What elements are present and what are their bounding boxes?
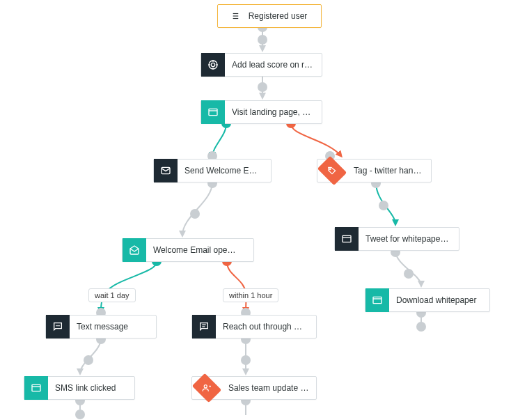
chat-dots-icon [46,315,70,339]
svg-point-21 [57,325,58,327]
svg-point-7 [211,63,214,66]
svg-rect-25 [32,384,40,391]
target-icon [201,53,225,77]
node-tweet-whitepaper[interactable]: Tweet for whitepaper … [334,227,459,251]
start-node[interactable]: Registered user [217,4,322,28]
node-welcome-opened[interactable]: Welcome Email opened [122,238,254,262]
port [241,355,251,365]
user-plus-icon [192,373,221,403]
port [379,201,388,210]
node-label: Visit landing page, ap… [225,107,322,117]
node-label: Tag - twitter handling [347,166,431,176]
svg-rect-18 [373,297,382,303]
port [416,322,426,332]
within-badge: within 1 hour [223,288,278,302]
port [75,410,85,419]
svg-point-15 [329,169,331,170]
node-sales-update[interactable]: Sales team update for… [191,376,317,400]
port [258,35,267,45]
node-visit-landing[interactable]: Visit landing page, ap… [200,100,322,124]
node-label: Tweet for whitepaper … [359,234,456,244]
svg-point-22 [58,325,60,327]
node-label: Sales team update for… [221,383,316,393]
start-label: Registered user [249,11,315,21]
port [404,269,414,279]
mail-closed-icon [154,159,178,182]
node-label: Send Welcome Email [178,166,271,176]
port [190,209,200,219]
node-tag-twitter[interactable]: Tag - twitter handling [317,159,432,182]
port [84,355,93,365]
node-label: Add lead score on reg… [225,60,322,70]
browser-icon [365,288,389,312]
browser-icon [335,227,359,251]
tag-icon [317,156,347,185]
node-sms-clicked[interactable]: SMS link clicked [24,376,135,400]
list-icon [225,4,249,28]
chat-lines-icon [192,315,216,339]
svg-rect-12 [209,109,217,115]
node-download-whitepaper[interactable]: Download whitepaper [365,288,490,312]
node-reach-out[interactable]: Reach out through mu… [191,315,317,339]
port [258,82,267,92]
browser-icon [201,100,225,124]
node-add-lead-score[interactable]: Add lead score on reg… [200,53,322,77]
svg-rect-16 [343,235,351,242]
node-label: Welcome Email opened [146,245,244,255]
svg-point-27 [204,385,207,388]
node-label: Download whitepaper [389,295,483,305]
workflow-canvas[interactable]: Registered user Add lead score on reg… V… [0,0,527,420]
node-label: SMS link clicked [48,383,123,393]
node-label: Text message [70,322,135,332]
node-text-message[interactable]: Text message [45,315,157,339]
node-label: Reach out through mu… [216,322,313,332]
svg-point-20 [56,325,57,327]
wait-badge: wait 1 day [88,288,136,302]
node-send-welcome[interactable]: Send Welcome Email [153,159,272,182]
mail-open-icon [123,238,146,262]
browser-icon [24,376,48,400]
